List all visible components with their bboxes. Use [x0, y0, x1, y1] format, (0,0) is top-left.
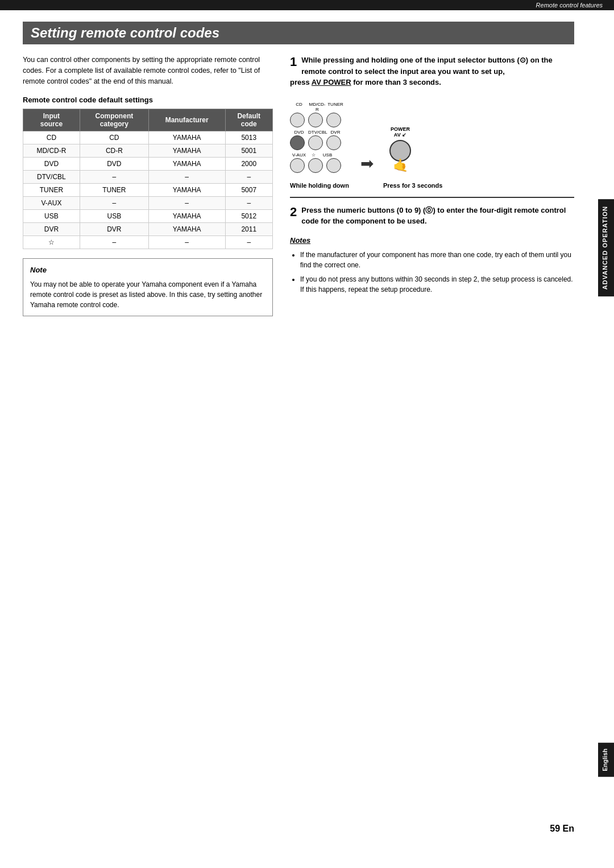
table-row: MD/CD-RCD-RYAMAHA5001 — [23, 144, 273, 158]
remote-left-panel: CD MD/CD-R TUNER DVD DTV/CBL DVR — [290, 102, 345, 173]
dvr-btn — [326, 135, 341, 150]
table-row: V-AUX––– — [23, 197, 273, 210]
bot-btn-row — [290, 158, 345, 173]
hand-icon: 🤙 — [393, 158, 408, 173]
caption-holding: While holding down — [290, 182, 349, 189]
caption-press: Press for 3 seconds — [383, 182, 443, 189]
remote-diagram: CD MD/CD-R TUNER DVD DTV/CBL DVR — [290, 97, 574, 177]
col-default: Defaultcode — [225, 109, 272, 131]
settings-table: Inputsource Componentcategory Manufactur… — [23, 109, 273, 249]
power-section: POWERAV ↙ 🤙 — [389, 126, 411, 173]
note-item-1: If the manufacturer of your component ha… — [300, 250, 574, 271]
step2-content: 2 Press the numeric buttons (0 to 9) (⓪)… — [290, 205, 574, 227]
col-input: Inputsource — [23, 109, 80, 131]
top-btn-row — [290, 113, 345, 127]
step2-number: 2 — [290, 205, 297, 220]
star-btn — [308, 158, 323, 173]
cd-btn — [290, 113, 305, 127]
usb-btn — [326, 158, 341, 173]
page-title: Setting remote control codes — [23, 22, 574, 44]
top-labels: CD MD/CD-R TUNER — [290, 102, 345, 112]
left-column: You can control other components by sett… — [23, 55, 273, 316]
note-text: You may not be able to operate your Yama… — [30, 279, 265, 310]
dvd-btn — [290, 135, 305, 150]
mid-btn-row — [290, 135, 345, 150]
vaux-btn — [290, 158, 305, 173]
step2-text: Press the numeric buttons (0 to 9) (⓪) t… — [290, 205, 574, 227]
bot-labels: V-AUX ☆ USB — [290, 152, 345, 158]
main-content: Setting remote control codes You can con… — [0, 10, 614, 328]
divider — [290, 197, 574, 198]
power-label: POWERAV ↙ — [391, 126, 410, 138]
notes-box: Notes If the manufacturer of your compon… — [290, 235, 574, 296]
table-heading: Remote control code default settings — [23, 96, 273, 104]
table-row: DTV/CBL––– — [23, 171, 273, 184]
page-number: 59 En — [500, 818, 614, 840]
step1-number: 1 — [290, 55, 297, 69]
step1-content: 1 While pressing and holding one of the … — [290, 55, 574, 88]
col-manufacturer: Manufacturer — [148, 109, 225, 131]
notes-title: Notes — [290, 235, 574, 246]
header-label: Remote control features — [536, 2, 603, 9]
language-tab: English — [598, 743, 614, 777]
mdcdr-btn — [308, 113, 323, 127]
intro-text: You can control other components by sett… — [23, 55, 273, 86]
mid-labels: DVD DTV/CBL DVR — [290, 130, 345, 135]
notes-list: If the manufacturer of your component ha… — [290, 250, 574, 295]
dtvcbl-btn — [308, 135, 323, 150]
note-title: Note — [30, 264, 265, 276]
table-row: TUNERTUNERYAMAHA5007 — [23, 184, 273, 197]
table-row: ☆––– — [23, 236, 273, 249]
table-row: USBUSBYAMAHA5012 — [23, 210, 273, 223]
right-column: 1 While pressing and holding one of the … — [290, 55, 574, 316]
advanced-operation-tab: ADVANCED OPERATION — [598, 199, 614, 296]
arrow-icon: ➡ — [360, 154, 374, 173]
diagram-captions: While holding down Press for 3 seconds — [290, 182, 574, 189]
step1-text: While pressing and holding one of the in… — [290, 55, 574, 88]
col-component: Componentcategory — [80, 109, 148, 131]
two-column-layout: You can control other components by sett… — [23, 55, 574, 316]
tuner-btn — [326, 113, 341, 127]
table-row: CDCDYAMAHA5013 — [23, 131, 273, 144]
note-box: Note You may not be able to operate your… — [23, 258, 273, 316]
note-item-2: If you do not press any buttons within 3… — [300, 274, 574, 295]
table-row: DVRDVRYAMAHA2011 — [23, 223, 273, 236]
table-row: DVDDVDYAMAHA2000 — [23, 158, 273, 171]
page-header: Remote control features — [0, 0, 614, 10]
